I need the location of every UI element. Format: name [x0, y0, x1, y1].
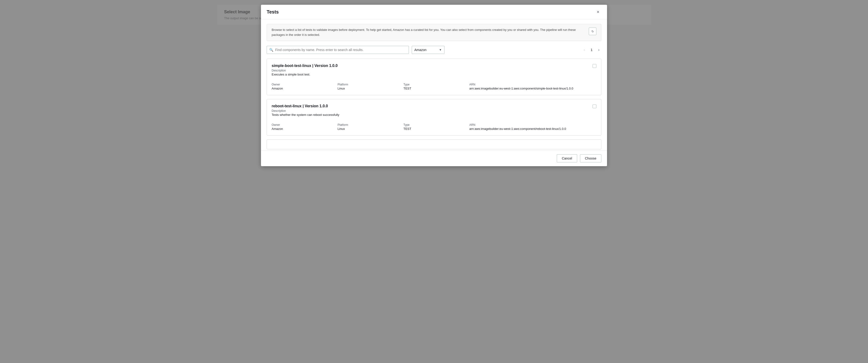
info-banner: Browse to select a list of tests to vali… [267, 24, 601, 41]
chevron-down-icon: ▼ [439, 48, 442, 52]
component-checkbox[interactable] [593, 105, 596, 108]
component-card-header: reboot-test-linux | Version 1.0.0 Descri… [272, 104, 596, 120]
pagination-prev-button[interactable]: ‹ [582, 47, 587, 53]
component-name: reboot-test-linux | Version 1.0.0 [272, 104, 339, 108]
meta-owner-value: Amazon [272, 127, 335, 131]
component-checkbox[interactable] [593, 64, 596, 68]
refresh-icon: ↻ [591, 30, 594, 33]
meta-arn-value: arn:aws:imagebuilder:eu-west-1:aws:compo… [469, 87, 596, 90]
meta-type-value: TEST [403, 127, 467, 131]
search-wrapper: 🔍 [267, 46, 409, 54]
info-banner-text: Browse to select a list of tests to vali… [272, 28, 585, 37]
meta-type-label: Type [403, 83, 467, 86]
component-card-header: simple-boot-test-linux | Version 1.0.0 D… [272, 64, 596, 80]
component-name: simple-boot-test-linux | Version 1.0.0 [272, 64, 338, 68]
component-meta: Owner Amazon Platform Linux Type TEST [272, 123, 596, 131]
meta-type: Type TEST [403, 83, 467, 90]
meta-platform-value: Linux [338, 87, 401, 90]
meta-platform: Platform Linux [338, 83, 401, 90]
choose-button[interactable]: Choose [580, 154, 601, 162]
partial-component-card [267, 139, 601, 149]
meta-platform: Platform Linux [338, 123, 401, 131]
cancel-button[interactable]: Cancel [557, 154, 577, 162]
meta-arn: ARN arn:aws:imagebuilder:eu-west-1:aws:c… [469, 83, 596, 90]
search-icon: 🔍 [269, 48, 273, 52]
tests-modal: Tests × Browse to select a list of tests… [261, 5, 607, 166]
meta-type-value: TEST [403, 87, 467, 90]
component-desc-label: Description [272, 69, 338, 72]
close-icon: × [597, 9, 599, 15]
refresh-button[interactable]: ↻ [589, 28, 596, 35]
pagination-current: 1 [589, 47, 594, 53]
meta-platform-label: Platform [338, 123, 401, 127]
meta-owner: Owner Amazon [272, 83, 335, 90]
meta-type: Type TEST [403, 123, 467, 131]
pagination-next-button[interactable]: › [596, 47, 601, 53]
search-input[interactable] [275, 48, 406, 52]
modal-title: Tests [267, 9, 279, 15]
meta-owner: Owner Amazon [272, 123, 335, 131]
meta-type-label: Type [403, 123, 467, 127]
component-meta: Owner Amazon Platform Linux Type TEST [272, 83, 596, 90]
component-card-content: simple-boot-test-linux | Version 1.0.0 D… [272, 64, 338, 80]
meta-platform-value: Linux [338, 127, 401, 131]
component-list: simple-boot-test-linux | Version 1.0.0 D… [267, 59, 601, 149]
component-card-content: reboot-test-linux | Version 1.0.0 Descri… [272, 104, 339, 120]
pagination: ‹ 1 › [582, 47, 601, 53]
component-desc-value: Tests whether the system can reboot succ… [272, 113, 339, 117]
component-card: simple-boot-test-linux | Version 1.0.0 D… [267, 59, 601, 95]
meta-platform-label: Platform [338, 83, 401, 86]
component-card: reboot-test-linux | Version 1.0.0 Descri… [267, 99, 601, 136]
meta-arn-value: arn:aws:imagebuilder:eu-west-1:aws:compo… [469, 127, 596, 131]
modal-header: Tests × [261, 5, 607, 19]
component-desc-label: Description [272, 109, 339, 113]
filter-select[interactable]: Amazon Owned by me Shared with me [414, 48, 438, 52]
meta-arn-label: ARN [469, 123, 596, 127]
meta-owner-value: Amazon [272, 87, 335, 90]
search-filter-row: 🔍 Amazon Owned by me Shared with me ▼ ‹ … [267, 46, 601, 54]
modal-overlay: Tests × Browse to select a list of tests… [0, 0, 868, 363]
meta-arn-label: ARN [469, 83, 596, 86]
modal-close-button[interactable]: × [595, 8, 601, 15]
filter-dropdown[interactable]: Amazon Owned by me Shared with me ▼ [412, 46, 444, 54]
meta-owner-label: Owner [272, 83, 335, 86]
meta-arn: ARN arn:aws:imagebuilder:eu-west-1:aws:c… [469, 123, 596, 131]
component-desc-value: Executes a simple boot test. [272, 73, 338, 76]
meta-owner-label: Owner [272, 123, 335, 127]
modal-body: Browse to select a list of tests to vali… [261, 19, 607, 150]
modal-footer: Cancel Choose [261, 150, 607, 166]
